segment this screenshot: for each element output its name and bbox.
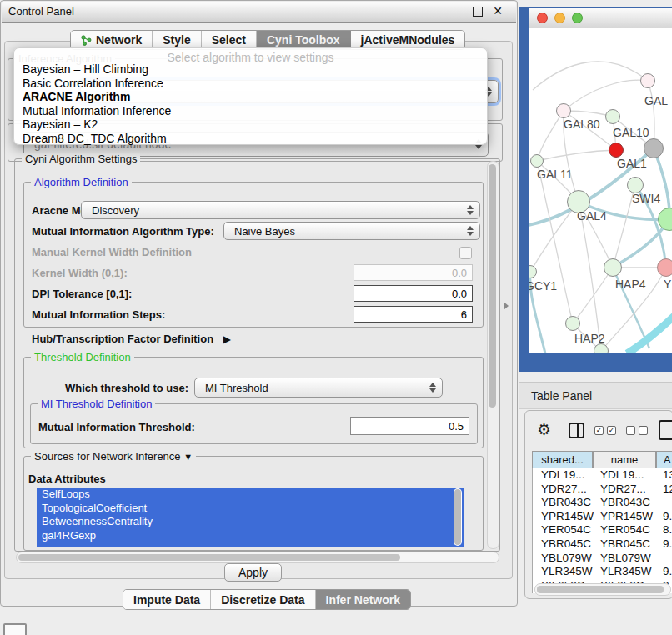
mac-zoom-icon[interactable] — [572, 12, 583, 23]
manual-kernel-label: Manual Kernel Width Definition — [32, 246, 192, 258]
tab-select[interactable]: Select — [202, 31, 257, 49]
float-window-icon[interactable] — [473, 7, 483, 17]
dropdown-item[interactable]: Dream8 DC_TDC Algorithm — [23, 132, 167, 145]
mac-close-icon[interactable] — [537, 12, 548, 23]
tab-cyni-toolbox[interactable]: Cyni Toolbox — [257, 31, 351, 49]
table-panel-title: Table Panel — [531, 389, 592, 402]
collapse-arrow-icon: ▼ — [183, 452, 193, 462]
node-label: GAL4 — [577, 209, 607, 222]
dropdown-item[interactable]: Basic Correlation Inference — [23, 77, 163, 90]
settings-horizontal-scrollbar[interactable] — [16, 552, 499, 563]
dropdown-item[interactable]: Bayesian – K2 — [23, 118, 98, 131]
table-row[interactable]: YPR145W YPR145W 9. — [533, 510, 672, 524]
settings-vertical-scrollbar-thumb[interactable] — [489, 164, 496, 408]
column-header-a[interactable]: A — [656, 451, 672, 468]
dropdown-item-selected[interactable]: ARACNE Algorithm — [23, 90, 130, 103]
tab-network[interactable]: Network — [71, 31, 153, 49]
columns-icon[interactable] — [569, 422, 584, 438]
cell-name: YDR27... — [594, 482, 657, 497]
threshold-definition-title: Threshold Definition — [31, 351, 134, 363]
network-canvas[interactable]: GAL GAL80 GAL10 GAL1 GAL11 SWI4 GAL4 GCY… — [529, 28, 672, 353]
hub-definition-toggle[interactable]: Hub/Transcription Factor Definition ▶ — [32, 332, 231, 345]
checkbox-unchecked-icon[interactable] — [626, 426, 635, 435]
settings-horizontal-scrollbar-thumb[interactable] — [18, 554, 400, 561]
algorithm-dropdown-popup: Select algorithm to view settings Bayesi… — [13, 48, 488, 145]
table-panel: ⚙ ✓ ✓ shared... name A YDL19... YDL19...… — [524, 410, 672, 599]
node-gal11[interactable] — [530, 154, 544, 168]
node-salmon[interactable] — [657, 258, 672, 277]
table-row[interactable]: YBR043C YBR043C — [533, 496, 672, 510]
node-hap4[interactable] — [604, 258, 622, 277]
list-vertical-scrollbar[interactable] — [454, 488, 462, 546]
node-label: GAL10 — [613, 126, 649, 139]
node-gal80[interactable] — [556, 103, 571, 118]
column-header-name[interactable]: name — [593, 451, 656, 468]
cell-name: YBL079W — [594, 552, 657, 566]
cell-name: YDL19... — [594, 468, 657, 482]
checkbox-unchecked-icon[interactable] — [639, 426, 648, 435]
splitter-arrow-icon[interactable] — [504, 302, 509, 310]
apply-button[interactable]: Apply — [224, 563, 282, 582]
hub-definition-label: Hub/Transcription Factor Definition — [32, 332, 213, 345]
cell-shared: YDL19... — [533, 468, 594, 482]
data-attributes-list[interactable]: SelfLoops TopologicalCoefficient Between… — [37, 488, 464, 547]
which-threshold-combo[interactable]: MI Threshold — [194, 378, 443, 398]
checkbox-checked-icon[interactable]: ✓ — [607, 426, 616, 435]
mac-minimize-icon[interactable] — [554, 12, 565, 23]
mi-threshold-field[interactable] — [350, 417, 469, 435]
close-icon[interactable]: ✕ — [493, 4, 503, 18]
tab-discretize-data[interactable]: Discretize Data — [211, 590, 315, 609]
sources-group-title-text: Sources for Network Inference — [34, 450, 181, 462]
cell-shared: YER054C — [533, 523, 594, 538]
dpi-tolerance-field[interactable] — [354, 285, 473, 302]
mi-steps-field[interactable] — [354, 306, 473, 322]
table-horizontal-scrollbar-thumb[interactable] — [537, 586, 664, 593]
gear-icon[interactable]: ⚙ — [537, 422, 551, 438]
list-item[interactable]: BetweennessCentrality — [37, 515, 464, 529]
dropdown-item[interactable]: Bayesian – Hill Climbing — [23, 62, 148, 76]
tab-cyni-toolbox-label: Cyni Toolbox — [267, 33, 340, 47]
list-item[interactable]: gal4RGexp — [37, 529, 464, 543]
dropdown-item[interactable]: Mutual Information Inference — [23, 104, 171, 118]
column-header-shared[interactable]: shared... — [532, 451, 593, 468]
node-hap2[interactable] — [565, 316, 580, 331]
table-row[interactable]: YBR045C YBR045C 9. — [533, 538, 672, 552]
node-label: Y — [664, 278, 671, 291]
tab-jactivemnodules[interactable]: jActiveMNodules — [351, 31, 465, 49]
list-item[interactable]: TopologicalCoefficient — [37, 502, 464, 516]
table-row[interactable]: YDR27... YDR27... 12 — [533, 482, 672, 497]
node-gal10[interactable] — [605, 109, 620, 124]
node-label: GCY1 — [529, 279, 557, 292]
tab-style[interactable]: Style — [153, 31, 201, 49]
cell-name: YPR145W — [594, 510, 657, 524]
mi-type-combo[interactable]: Naive Bayes — [223, 222, 480, 240]
table-row[interactable]: YLR345W YLR345W 9. — [533, 565, 672, 579]
manual-kernel-checkbox[interactable] — [459, 247, 472, 259]
node-gal-top[interactable] — [640, 73, 655, 88]
list-vertical-scrollbar-thumb[interactable] — [454, 489, 461, 545]
node-swi4[interactable] — [627, 177, 644, 193]
settings-vertical-scrollbar[interactable] — [487, 161, 499, 549]
node-label: HAP2 — [574, 332, 605, 345]
aracne-mode-combo[interactable]: Discovery — [81, 201, 480, 219]
tab-impute-data[interactable]: Impute Data — [123, 590, 211, 609]
cell-shared: YLR345W — [533, 565, 594, 579]
table-row[interactable]: YER054C YER054C 8. — [533, 523, 672, 538]
restore-panel-icon[interactable] — [3, 623, 27, 635]
kernel-width-field[interactable] — [354, 264, 473, 281]
list-item[interactable]: SelfLoops — [37, 488, 464, 502]
table-horizontal-scrollbar[interactable] — [534, 583, 671, 596]
node-gal1[interactable] — [609, 142, 624, 158]
table-row[interactable]: YDL19... YDL19... 13 — [533, 468, 672, 482]
node-gray[interactable] — [644, 138, 664, 158]
tab-infer-network[interactable]: Infer Network — [316, 590, 410, 609]
document-icon[interactable] — [659, 420, 672, 440]
sources-group-title[interactable]: Sources for Network Inference ▼ — [31, 450, 196, 462]
cell-name: YBR043C — [594, 496, 657, 510]
node-label: GAL80 — [564, 118, 600, 131]
checkbox-checked-icon[interactable]: ✓ — [594, 426, 604, 435]
table-row[interactable]: YBL079W YBL079W — [533, 552, 672, 566]
cell-value: 9. — [657, 510, 672, 524]
dpi-tolerance-label: DPI Tolerance [0,1]: — [32, 288, 132, 300]
which-threshold-label: Which threshold to use: — [65, 382, 188, 394]
